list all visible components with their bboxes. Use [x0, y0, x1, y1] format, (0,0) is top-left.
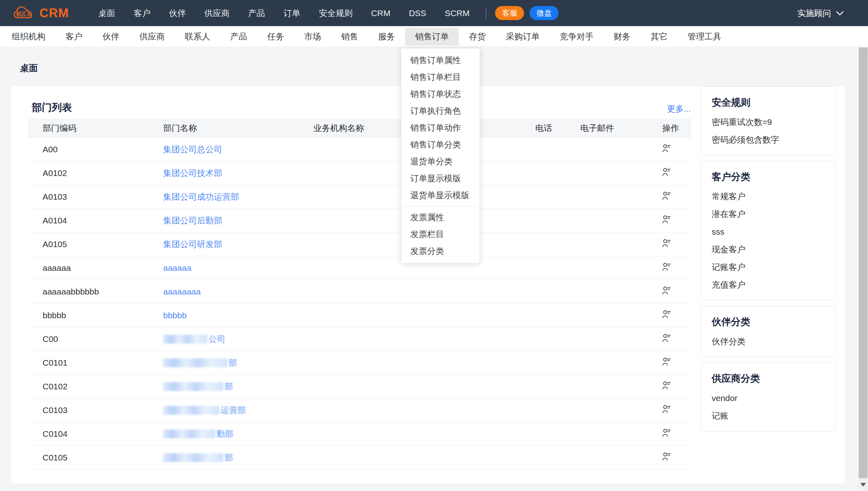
dept-name-link[interactable]: 部: [229, 358, 237, 367]
module-tab[interactable]: 存货: [459, 28, 496, 45]
sales-order-dropdown: 销售订单属性销售订单栏目销售订单状态订单执行角色销售订单动作销售订单分类退货单分…: [401, 48, 480, 263]
user-detail-icon[interactable]: [661, 356, 672, 367]
scrollbar-down-button[interactable]: [858, 481, 868, 488]
dropdown-menu-item[interactable]: 销售订单动作: [401, 119, 479, 136]
module-tab[interactable]: 销售: [331, 28, 368, 45]
dropdown-menu-item[interactable]: 发票栏目: [401, 226, 479, 243]
user-detail-icon[interactable]: [661, 451, 672, 462]
dropdown-menu-item[interactable]: 销售订单栏目: [401, 69, 479, 86]
dept-name-link[interactable]: bbbbb: [163, 311, 186, 320]
panel-item[interactable]: 密码必须包含数字: [712, 134, 826, 145]
dept-name-link[interactable]: 公司: [209, 334, 225, 344]
dropdown-menu-item[interactable]: 订单执行角色: [401, 102, 479, 119]
dropdown-menu-item[interactable]: 订单显示模版: [401, 170, 479, 187]
dept-name-link[interactable]: aaaaaa: [163, 263, 191, 272]
vertical-scrollbar[interactable]: [858, 47, 868, 491]
dropdown-menu-item[interactable]: 发票分类: [401, 243, 479, 260]
user-detail-icon[interactable]: [661, 214, 672, 225]
topnav-item[interactable]: 产品: [239, 0, 274, 26]
topnav-item[interactable]: DSS: [399, 0, 435, 26]
panel-item[interactable]: 现金客户: [712, 244, 826, 255]
module-tab[interactable]: 客户: [55, 28, 92, 45]
module-tab[interactable]: 竞争对手: [550, 28, 604, 45]
cell-dept-name: 集团公司后勤部: [149, 215, 299, 226]
panel-item[interactable]: 密码重试次数=9: [712, 117, 826, 128]
dept-name-link[interactable]: aaaaaaaa: [163, 287, 201, 296]
user-detail-icon[interactable]: [661, 380, 672, 391]
module-tab[interactable]: 管理工具: [678, 28, 731, 45]
user-detail-icon[interactable]: [661, 404, 672, 415]
dropdown-menu-item[interactable]: 退货单显示模版: [401, 187, 479, 204]
topnav-item[interactable]: 伙伴: [160, 0, 195, 26]
module-tab[interactable]: 其它: [641, 28, 678, 45]
panel-item[interactable]: sss: [712, 226, 826, 237]
cell-dept-code: A0105: [28, 239, 149, 249]
dept-name-link[interactable]: 部: [225, 382, 233, 391]
dropdown-menu-item[interactable]: 销售订单状态: [401, 86, 479, 102]
cell-actions: [648, 451, 691, 464]
more-link[interactable]: 更多...: [667, 103, 691, 115]
user-detail-icon[interactable]: [661, 428, 672, 438]
topnav-item[interactable]: 桌面: [89, 0, 125, 26]
dept-name-link[interactable]: 集团公司总公司: [163, 145, 222, 154]
cell-dept-code: bbbbb: [28, 311, 149, 320]
dept-name-link[interactable]: 集团公司研发部: [163, 239, 222, 249]
user-detail-icon[interactable]: [661, 262, 672, 272]
panel-item[interactable]: 充值客户: [712, 279, 826, 291]
dept-name-link[interactable]: 集团公司成功运营部: [163, 192, 239, 201]
cell-actions: [648, 428, 691, 440]
module-tab[interactable]: 财务: [604, 28, 641, 45]
module-tab[interactable]: 产品: [220, 28, 257, 45]
user-detail-icon[interactable]: [661, 333, 672, 344]
dept-name-link[interactable]: 部: [225, 453, 233, 462]
module-tab[interactable]: 联系人: [175, 28, 220, 45]
module-tab[interactable]: 伙伴: [92, 28, 129, 45]
topnav-item[interactable]: 订单: [274, 0, 310, 26]
topnav-item[interactable]: 供应商: [195, 0, 239, 26]
topnav-item[interactable]: CRM: [362, 0, 400, 26]
user-detail-icon[interactable]: [661, 285, 672, 296]
module-tab[interactable]: 组织机构: [2, 28, 55, 45]
panel-item[interactable]: 常规客户: [712, 191, 826, 202]
module-tab[interactable]: 采购订单: [496, 28, 550, 45]
redacted-name-block: [163, 406, 219, 415]
module-nav: 组织机构客户伙伴供应商联系人产品任务市场销售服务销售订单存货采购订单竞争对手财务…: [0, 26, 868, 47]
module-tab[interactable]: 任务: [257, 28, 294, 45]
topnav-item[interactable]: 客户: [125, 0, 160, 26]
pill-button[interactable]: 微盘: [530, 6, 559, 20]
cloud-logo-icon: 机汇云: [12, 4, 37, 22]
dept-name-link[interactable]: 勤部: [217, 429, 233, 438]
app-logo[interactable]: 机汇云 CRM: [12, 4, 69, 22]
module-tab[interactable]: 供应商: [129, 28, 175, 45]
pill-button[interactable]: 客服: [495, 6, 524, 20]
dept-name-link[interactable]: 运营部: [221, 405, 246, 415]
cell-dept-code: A0102: [28, 168, 149, 178]
module-tab[interactable]: 市场: [294, 28, 331, 45]
dropdown-menu-item[interactable]: 销售订单属性: [401, 52, 479, 69]
dept-name-link[interactable]: 集团公司技术部: [163, 168, 222, 178]
scrollbar-thumb[interactable]: [859, 47, 868, 478]
dropdown-menu-item[interactable]: 退货单分类: [401, 153, 479, 170]
user-menu[interactable]: 实施顾问: [797, 8, 844, 19]
dropdown-menu-item[interactable]: 销售订单分类: [401, 136, 479, 153]
user-detail-icon[interactable]: [661, 143, 672, 154]
user-detail-icon[interactable]: [661, 167, 672, 178]
module-tab[interactable]: 销售订单: [405, 28, 459, 45]
panel-item[interactable]: 记账: [712, 410, 826, 421]
cell-actions: [648, 262, 691, 274]
user-detail-icon[interactable]: [661, 190, 672, 201]
user-detail-icon[interactable]: [661, 238, 672, 249]
module-tab[interactable]: 服务: [368, 28, 405, 45]
dept-name-link[interactable]: 集团公司后勤部: [163, 216, 222, 225]
panel-item[interactable]: 潜在客户: [712, 209, 826, 220]
dropdown-menu-item[interactable]: 发票属性: [401, 209, 479, 226]
column-header: 部门名称: [149, 123, 299, 134]
user-detail-icon[interactable]: [661, 309, 672, 320]
panel-title: 伙伴分类: [712, 315, 826, 329]
topnav-item[interactable]: 安全规则: [310, 0, 362, 26]
topnav-item[interactable]: SCRM: [436, 0, 479, 26]
panel-item[interactable]: vendor: [712, 393, 826, 404]
column-header: 电话: [521, 123, 566, 134]
panel-item[interactable]: 记账客户: [712, 262, 826, 273]
panel-item[interactable]: 伙伴分类: [712, 336, 826, 347]
